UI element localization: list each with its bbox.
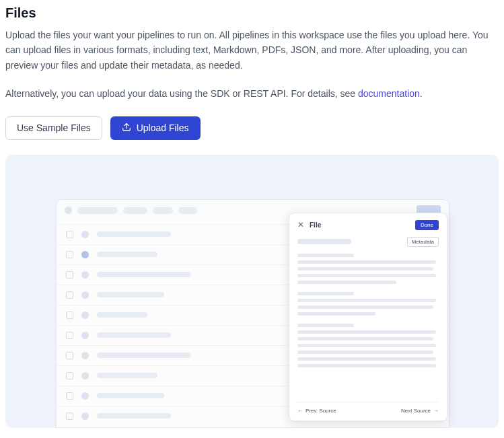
documentation-link[interactable]: documentation xyxy=(358,88,420,99)
next-source-button[interactable]: Next Source → xyxy=(401,408,439,414)
mock-header-bar xyxy=(77,207,118,214)
page-title: Files xyxy=(5,5,499,21)
upload-files-button[interactable]: Upload Files xyxy=(110,116,201,140)
panel-meta-row: Metadata xyxy=(297,237,439,247)
panel-title: File xyxy=(310,221,321,229)
upload-icon xyxy=(122,122,131,134)
alt-text-prefix: Alternatively, you can upload your data … xyxy=(5,88,358,99)
illustration-container: ✕ File Done Metadata xyxy=(5,155,499,428)
page-description: Upload the files your want your pipeline… xyxy=(5,28,499,73)
mock-header-bar xyxy=(153,207,173,214)
panel-footer: ← Prev. Source Next Source → xyxy=(297,402,439,414)
alt-text-suffix: . xyxy=(420,88,423,99)
close-icon[interactable]: ✕ xyxy=(297,220,304,229)
mock-header-bar xyxy=(123,207,147,214)
alt-upload-text: Alternatively, you can upload your data … xyxy=(5,86,499,101)
text-group xyxy=(297,254,439,284)
upload-button-label: Upload Files xyxy=(137,122,189,133)
text-group xyxy=(297,292,439,316)
metadata-chip[interactable]: Metadata xyxy=(407,237,439,247)
mock-dot xyxy=(65,207,72,214)
text-group xyxy=(297,324,439,367)
panel-header: ✕ File Done xyxy=(297,220,439,230)
meta-placeholder-bar xyxy=(297,239,351,244)
next-label: Next Source xyxy=(401,408,431,414)
prev-label: Prev. Source xyxy=(305,408,336,414)
mock-header-bar xyxy=(178,207,197,214)
mock-detail-panel: ✕ File Done Metadata xyxy=(289,213,447,421)
panel-body xyxy=(297,254,439,402)
use-sample-files-button[interactable]: Use Sample Files xyxy=(5,116,102,140)
arrow-right-icon: → xyxy=(433,408,439,414)
arrow-left-icon: ← xyxy=(297,408,303,414)
button-row: Use Sample Files Upload Files xyxy=(5,116,499,140)
done-button[interactable]: Done xyxy=(415,220,439,230)
prev-source-button[interactable]: ← Prev. Source xyxy=(297,408,336,414)
